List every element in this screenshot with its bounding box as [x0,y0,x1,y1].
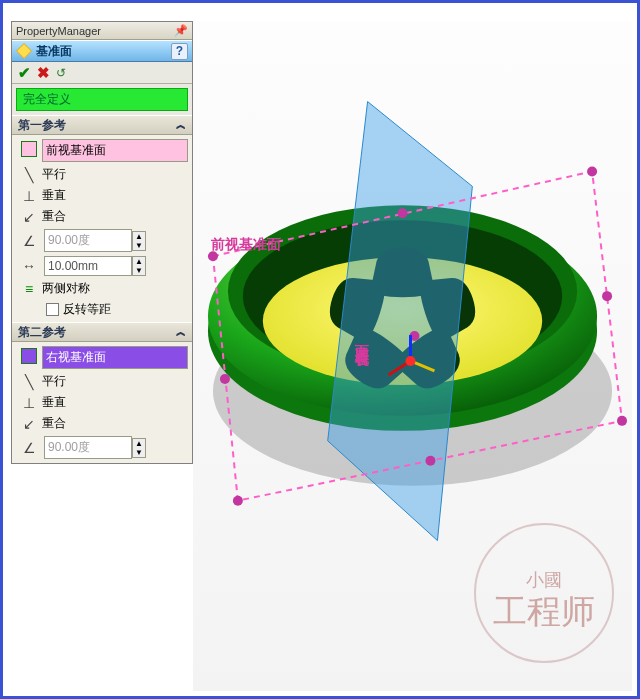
svg-point-14 [425,456,435,466]
plane-label-front: 前视基准面 [211,236,281,254]
watermark: 小國工程师 [474,523,614,663]
ref2-angle-input[interactable]: 90.00度 [44,436,132,459]
parallel-icon: ╲ [16,167,42,183]
panel-title-bar[interactable]: PropertyManager 📌 [12,22,192,40]
group-body-ref1: 前视基准面 ╲ 平行 ⊥ 垂直 ↙ 重合 ∠ 90.00度 ▲▼ ↔ 10.00… [12,135,192,322]
feature-name: 基准面 [36,43,72,60]
group-header-ref1[interactable]: 第一参考︽ [12,115,192,135]
svg-point-9 [587,166,597,176]
angle-icon: ∠ [16,233,42,249]
group-header-ref2[interactable]: 第二参考︽ [12,322,192,342]
selection-icon [16,141,42,160]
ref1-selection-field[interactable]: 前视基准面 [42,139,188,162]
selection-icon [16,348,42,367]
help-button[interactable]: ? [171,43,188,60]
svg-point-20 [406,356,416,366]
ref1-angle-spinner[interactable]: ▲▼ [132,231,146,251]
feature-header: 基准面 ? [12,40,192,62]
ref1-reverse-row[interactable]: 反转等距 [14,299,190,320]
coincident-icon: ↙ [16,209,42,225]
ref1-distance-spinner[interactable]: ▲▼ [132,256,146,276]
ok-button[interactable]: ✔ [18,64,31,82]
coincident-icon: ↙ [16,416,42,432]
ref1-parallel-option[interactable]: ╲ 平行 [14,164,190,185]
distance-icon: ↔ [16,258,42,274]
graphics-viewport[interactable]: 前视基准面 右视基准面 小國工程师 [193,21,632,691]
status-pill: 完全定义 [16,88,188,111]
ref1-symmetric-option[interactable]: ≡ 两侧对称 [14,278,190,299]
ref1-perp-option[interactable]: ⊥ 垂直 [14,185,190,206]
perpendicular-icon: ⊥ [16,395,42,411]
ref2-parallel-option[interactable]: ╲ 平行 [14,371,190,392]
chevron-up-icon: ︽ [176,325,186,339]
svg-point-15 [220,374,230,384]
perpendicular-icon: ⊥ [16,188,42,204]
ref1-distance-input[interactable]: 10.00mm [44,256,132,276]
property-manager-panel: PropertyManager 📌 基准面 ? ✔ ✖ ↺ 完全定义 第一参考︽… [11,21,193,464]
reverse-checkbox[interactable] [46,303,59,316]
panel-title: PropertyManager [16,25,101,37]
ref2-selection-field[interactable]: 右视基准面 [42,346,188,369]
group-body-ref2: 右视基准面 ╲ 平行 ⊥ 垂直 ↙ 重合 ∠ 90.00度 ▲▼ [12,342,192,463]
angle-icon: ∠ [16,440,42,456]
parallel-icon: ╲ [16,374,42,390]
svg-point-11 [233,496,243,506]
ref2-perp-option[interactable]: ⊥ 垂直 [14,392,190,413]
svg-point-12 [398,208,408,218]
ref2-angle-spinner[interactable]: ▲▼ [132,438,146,458]
ref2-coincident-option[interactable]: ↙ 重合 [14,413,190,434]
svg-point-10 [617,416,627,426]
symmetric-icon: ≡ [16,281,42,297]
pushpin-icon[interactable]: 📌 [174,24,188,38]
cancel-button[interactable]: ✖ [37,64,50,82]
ref1-coincident-option[interactable]: ↙ 重合 [14,206,190,227]
svg-point-13 [602,291,612,301]
plane-icon [16,43,32,59]
preview-icon[interactable]: ↺ [56,66,66,80]
ref1-angle-input[interactable]: 90.00度 [44,229,132,252]
chevron-up-icon: ︽ [176,118,186,132]
